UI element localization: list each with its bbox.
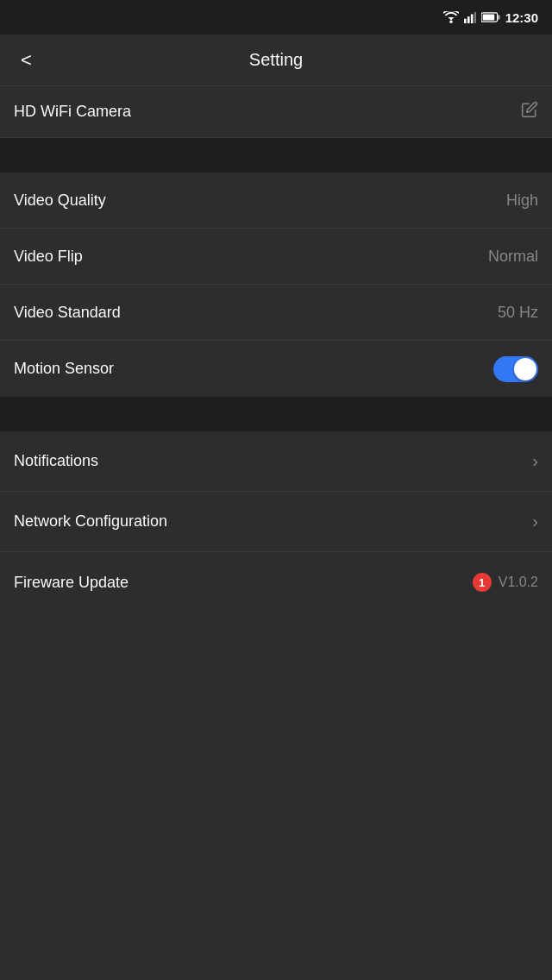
- camera-name-label: HD WiFi Camera: [14, 103, 131, 121]
- section-divider-2: [0, 397, 552, 431]
- status-bar: 12:30: [0, 0, 552, 35]
- section-divider-1: [0, 138, 552, 173]
- chevron-right-icon: ›: [532, 451, 538, 471]
- firmware-version: V1.0.2: [499, 575, 538, 590]
- video-flip-label: Video Flip: [14, 248, 83, 266]
- firmware-update-right: 1 V1.0.2: [473, 573, 538, 592]
- video-flip-item[interactable]: Video Flip Normal: [0, 229, 552, 285]
- page-title: Setting: [249, 50, 303, 70]
- video-standard-label: Video Standard: [14, 304, 121, 322]
- signal-icon: [464, 11, 476, 23]
- video-standard-item[interactable]: Video Standard 50 Hz: [0, 285, 552, 341]
- notifications-label: Notifications: [14, 452, 98, 470]
- firmware-badge: 1: [473, 573, 492, 592]
- svg-rect-4: [471, 15, 474, 24]
- edit-icon[interactable]: [521, 101, 538, 122]
- motion-sensor-item: Motion Sensor: [0, 341, 552, 397]
- motion-sensor-label: Motion Sensor: [14, 360, 114, 378]
- svg-rect-2: [464, 19, 467, 23]
- video-quality-value: High: [506, 192, 538, 210]
- status-time: 12:30: [505, 10, 538, 25]
- network-config-item[interactable]: Network Configuration ›: [0, 492, 552, 552]
- nav-section: Notifications › Network Configuration › …: [0, 431, 552, 612]
- firmware-update-label: Fireware Update: [14, 574, 129, 592]
- svg-rect-3: [467, 16, 470, 23]
- back-button[interactable]: <: [14, 42, 39, 79]
- svg-rect-5: [474, 12, 475, 23]
- video-settings-section: Video Quality High Video Flip Normal Vid…: [0, 173, 552, 397]
- video-flip-value: Normal: [488, 248, 538, 266]
- camera-name-section: HD WiFi Camera: [0, 86, 552, 138]
- notifications-right: ›: [532, 451, 538, 471]
- wifi-icon: [443, 11, 459, 23]
- video-quality-item[interactable]: Video Quality High: [0, 173, 552, 229]
- video-quality-label: Video Quality: [14, 192, 106, 210]
- svg-rect-7: [498, 15, 500, 19]
- motion-sensor-toggle[interactable]: [493, 356, 538, 382]
- notifications-item[interactable]: Notifications ›: [0, 431, 552, 492]
- svg-marker-0: [448, 17, 454, 21]
- battery-icon: [481, 12, 500, 22]
- svg-point-1: [449, 21, 453, 24]
- network-config-right: ›: [532, 512, 538, 531]
- firmware-update-item[interactable]: Fireware Update 1 V1.0.2: [0, 552, 552, 612]
- app-header: < Setting: [0, 35, 552, 86]
- svg-rect-8: [482, 15, 494, 21]
- chevron-right-icon: ›: [532, 512, 538, 531]
- status-icons: 12:30: [443, 10, 538, 25]
- video-standard-value: 50 Hz: [498, 304, 538, 322]
- toggle-knob: [514, 358, 536, 380]
- network-config-label: Network Configuration: [14, 512, 167, 531]
